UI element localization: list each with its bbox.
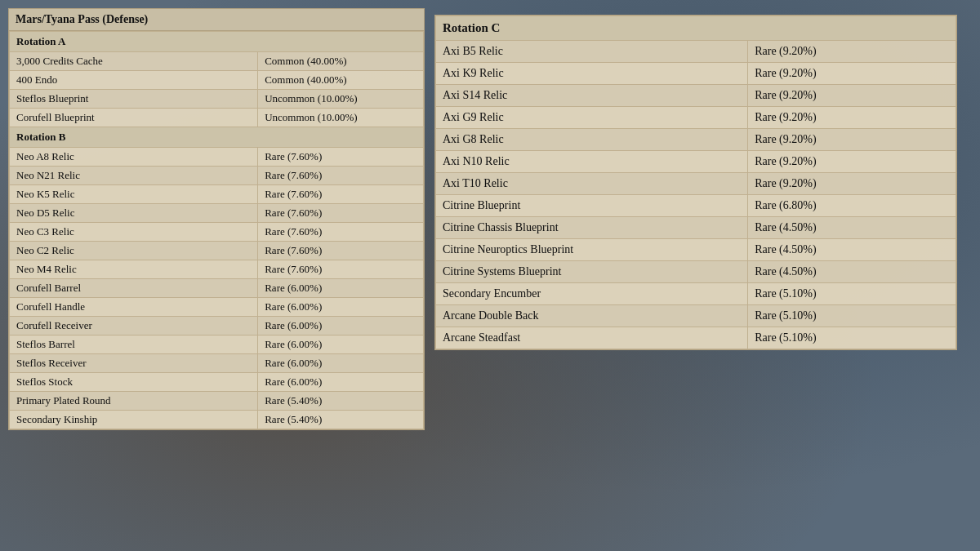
table-row: Axi G9 RelicRare (9.20%) [436,107,956,129]
item-name: Axi B5 Relic [436,41,748,63]
item-rarity: Rare (9.20%) [748,173,956,195]
item-rarity: Rare (7.60%) [258,185,424,204]
item-name: Axi G8 Relic [436,129,748,151]
item-name: Secondary Kinship [10,411,258,429]
item-rarity: Rare (6.00%) [258,298,424,317]
item-rarity: Rare (7.60%) [258,204,424,223]
rotation-c-header: Rotation C [436,16,956,41]
item-rarity: Rare (7.60%) [258,167,424,185]
item-rarity: Rare (9.20%) [748,85,956,107]
item-name: Citrine Blueprint [436,195,748,217]
item-name: 3,000 Credits Cache [10,52,258,71]
item-name: Steflos Barrel [10,335,258,354]
table-row: Neo N21 RelicRare (7.60%) [10,167,424,185]
item-name: Arcane Steadfast [436,327,748,349]
item-rarity: Rare (5.40%) [258,392,424,411]
item-name: 400 Endo [10,71,258,90]
item-rarity: Rare (5.10%) [748,327,956,349]
item-name: Corufell Handle [10,298,258,317]
item-name: Axi S14 Relic [436,85,748,107]
table-row: Corufell BarrelRare (6.00%) [10,279,424,298]
item-name: Neo N21 Relic [10,167,258,185]
item-rarity: Rare (7.60%) [258,223,424,242]
item-rarity: Common (40.00%) [258,71,424,90]
item-rarity: Rare (9.20%) [748,63,956,85]
item-rarity: Rare (6.00%) [258,279,424,298]
right-panel: Rotation CAxi B5 RelicRare (9.20%)Axi K9… [434,15,957,350]
table-row: Corufell BlueprintUncommon (10.00%) [10,109,424,127]
item-name: Axi T10 Relic [436,173,748,195]
table-row: Axi K9 RelicRare (9.20%) [436,63,956,85]
table-row: 400 EndoCommon (40.00%) [10,71,424,90]
item-rarity: Rare (4.50%) [748,217,956,239]
rotation-b-header: Rotation B [10,127,424,148]
item-rarity: Uncommon (10.00%) [258,109,424,127]
item-name: Axi N10 Relic [436,151,748,173]
item-name: Citrine Chassis Blueprint [436,217,748,239]
item-rarity: Rare (6.00%) [258,354,424,373]
item-rarity: Rare (7.60%) [258,260,424,279]
item-name: Neo K5 Relic [10,185,258,204]
left-panel-table: Rotation A3,000 Credits CacheCommon (40.… [9,31,424,429]
item-name: Neo D5 Relic [10,204,258,223]
item-name: Axi K9 Relic [436,63,748,85]
table-row: Primary Plated RoundRare (5.40%) [10,392,424,411]
table-row: Neo A8 RelicRare (7.60%) [10,148,424,167]
item-name: Neo M4 Relic [10,260,258,279]
item-rarity: Rare (7.60%) [258,242,424,260]
table-row: 3,000 Credits CacheCommon (40.00%) [10,52,424,71]
item-name: Primary Plated Round [10,392,258,411]
item-rarity: Rare (6.00%) [258,335,424,354]
item-name: Arcane Double Back [436,305,748,327]
table-row: Steflos ReceiverRare (6.00%) [10,354,424,373]
table-row: Axi N10 RelicRare (9.20%) [436,151,956,173]
item-rarity: Rare (6.80%) [748,195,956,217]
table-row: Axi B5 RelicRare (9.20%) [436,41,956,63]
table-row: Secondary KinshipRare (5.40%) [10,411,424,429]
item-rarity: Rare (7.60%) [258,148,424,167]
table-row: Corufell ReceiverRare (6.00%) [10,317,424,335]
item-rarity: Rare (9.20%) [748,151,956,173]
item-name: Steflos Blueprint [10,90,258,109]
item-rarity: Rare (5.40%) [258,411,424,429]
table-row: Neo C2 RelicRare (7.60%) [10,242,424,260]
item-rarity: Rare (5.10%) [748,283,956,305]
table-row: Citrine Systems BlueprintRare (4.50%) [436,261,956,283]
left-panel-title: Mars/Tyana Pass (Defense) [9,9,424,31]
table-row: Axi T10 RelicRare (9.20%) [436,173,956,195]
table-row: Neo K5 RelicRare (7.60%) [10,185,424,204]
table-row: Steflos BlueprintUncommon (10.00%) [10,90,424,109]
item-name: Corufell Blueprint [10,109,258,127]
table-row: Citrine Chassis BlueprintRare (4.50%) [436,217,956,239]
right-panel-table: Rotation CAxi B5 RelicRare (9.20%)Axi K9… [435,16,956,349]
item-name: Neo C2 Relic [10,242,258,260]
item-rarity: Rare (9.20%) [748,107,956,129]
table-row: Corufell HandleRare (6.00%) [10,298,424,317]
table-row: Neo D5 RelicRare (7.60%) [10,204,424,223]
item-rarity: Uncommon (10.00%) [258,90,424,109]
table-row: Citrine Neuroptics BlueprintRare (4.50%) [436,239,956,261]
table-row: Axi S14 RelicRare (9.20%) [436,85,956,107]
item-name: Neo C3 Relic [10,223,258,242]
item-rarity: Rare (4.50%) [748,239,956,261]
item-name: Citrine Neuroptics Blueprint [436,239,748,261]
item-rarity: Common (40.00%) [258,52,424,71]
item-rarity: Rare (4.50%) [748,261,956,283]
item-name: Steflos Receiver [10,354,258,373]
table-row: Neo M4 RelicRare (7.60%) [10,260,424,279]
table-row: Secondary EncumberRare (5.10%) [436,283,956,305]
table-row: Steflos BarrelRare (6.00%) [10,335,424,354]
table-row: Arcane Double BackRare (5.10%) [436,305,956,327]
item-rarity: Rare (5.10%) [748,305,956,327]
item-name: Corufell Receiver [10,317,258,335]
table-row: Neo C3 RelicRare (7.60%) [10,223,424,242]
item-rarity: Rare (9.20%) [748,41,956,63]
item-name: Corufell Barrel [10,279,258,298]
left-panel: Mars/Tyana Pass (Defense) Rotation A3,00… [8,8,425,430]
table-row: Axi G8 RelicRare (9.20%) [436,129,956,151]
item-name: Neo A8 Relic [10,148,258,167]
table-row: Arcane SteadfastRare (5.10%) [436,327,956,349]
rotation-a-header: Rotation A [10,32,424,52]
table-row: Steflos StockRare (6.00%) [10,373,424,392]
table-row: Citrine BlueprintRare (6.80%) [436,195,956,217]
